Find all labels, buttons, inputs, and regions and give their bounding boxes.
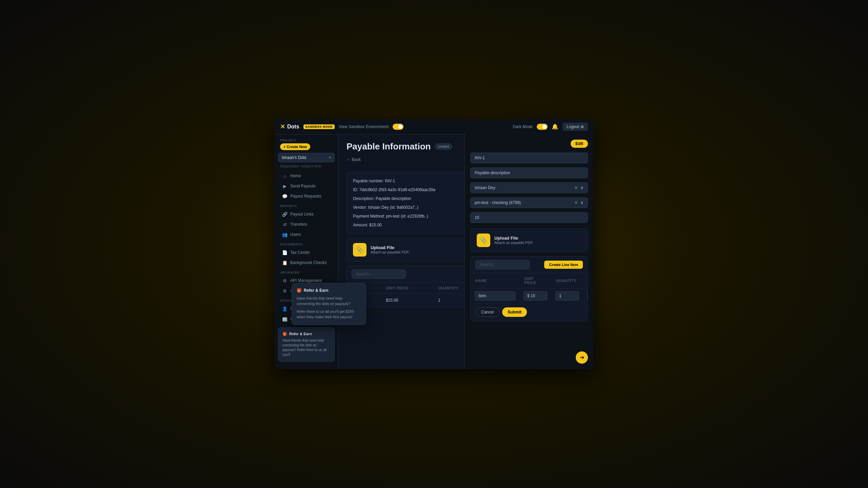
- sandbox-view-label: View Sandbox Environment: [339, 124, 389, 129]
- sidebar-item-send-payouts[interactable]: ▶ Send Payouts: [277, 181, 336, 191]
- users-icon: 👥: [282, 232, 288, 237]
- sandbox-badge: SANDBOX MODE: [303, 124, 335, 129]
- line-item-search-input[interactable]: [475, 260, 530, 269]
- api-icon: ⚙: [282, 278, 288, 283]
- item-unit-price: $15.00: [381, 293, 433, 307]
- line-cancel-button[interactable]: Cancel: [475, 307, 499, 317]
- sidebar-item-tax-center-label: Tax Center: [290, 250, 310, 255]
- sidebar-item-home-label: Home: [290, 174, 301, 178]
- li-amount-cell: [583, 288, 588, 303]
- panel-upload-icon: 📎: [477, 233, 490, 247]
- create-line-item-button[interactable]: Create Line Item: [544, 261, 583, 269]
- line-submit-button[interactable]: Submit: [502, 307, 527, 317]
- dark-mode-label: Dark Mode: [513, 124, 533, 129]
- sidebar-item-payout-links[interactable]: 🔗 Payout Links: [277, 209, 336, 219]
- vendor-clear-icon[interactable]: ✕: [574, 185, 578, 190]
- tax-center-icon: 📄: [282, 250, 288, 255]
- sidebar-item-tax-center[interactable]: 📄 Tax Center: [277, 248, 336, 258]
- page-title: Payable Information: [347, 141, 431, 152]
- bell-icon[interactable]: 🔔: [552, 123, 558, 130]
- sidebar-item-home[interactable]: ⌂ Home: [277, 171, 336, 181]
- top-nav: ✕ Dots SANDBOX MODE View Sandbox Environ…: [275, 119, 593, 135]
- li-qty-cell: [551, 288, 583, 303]
- li-price-cell: [519, 288, 551, 303]
- panel-upload-subtitle: Attach an payable PDF.: [494, 241, 533, 245]
- col-unit-price: UNIT PRICE: [381, 283, 433, 294]
- refer-earn-card: 🎁 Refer & Earn Have friends that need he…: [278, 327, 335, 362]
- li-name-input[interactable]: [475, 291, 515, 301]
- edit-payment-select[interactable]: pm-test - checking (6789) ✕ ∨: [470, 197, 588, 208]
- logout-button[interactable]: Logout ⊕: [563, 123, 588, 131]
- sidebar-item-transfers[interactable]: ⇄ Transfers: [277, 220, 336, 229]
- upload-subtitle: Attach an payable PDF.: [371, 250, 410, 254]
- edit-field-amount: 15: [470, 212, 588, 223]
- edit-vendor-select[interactable]: Ishaan Dey ✕ ∨: [470, 182, 588, 193]
- payable-payment-method: Payment Method: pm-test (id: e22928fb..): [353, 213, 480, 219]
- send-payouts-icon: ▶: [282, 184, 288, 189]
- logo-text: Dots: [287, 124, 299, 130]
- edit-field-vendor: Ishaan Dey ✕ ∨: [470, 182, 588, 193]
- refer-gift-icon: 🎁: [282, 332, 287, 336]
- dark-mode-toggle[interactable]: [537, 124, 548, 130]
- li-qty-input[interactable]: [555, 291, 579, 301]
- sidebar-item-api-label: API Management: [290, 278, 322, 283]
- li-col-quantity: QUANTITY: [551, 273, 583, 288]
- nav-right: Dark Mode 🔔 Logout ⊕: [513, 123, 588, 131]
- payable-id: ID: 7ddc8b02-2fd3-4a3c-91d8-e20409aac39a: [353, 187, 480, 193]
- project-section-label: PROJECT: [275, 139, 338, 143]
- background-checks-icon: 📋: [282, 260, 288, 265]
- edit-panel-edit-button[interactable]: Edit: [571, 140, 588, 148]
- home-icon: ⌂: [282, 174, 288, 179]
- sandbox-toggle[interactable]: [393, 124, 403, 130]
- sidebar-item-send-payouts-label: Send Payouts: [290, 184, 316, 188]
- payable-amount: Amount: $15.00: [353, 222, 480, 228]
- project-name: Ishaan's Dots: [282, 155, 306, 160]
- sidebar-item-transfers-label: Transfers: [290, 222, 307, 227]
- sidebar-item-payout-requests[interactable]: 💬 Payout Requests: [277, 191, 336, 201]
- advanced-section-label: ADVANCED: [275, 268, 338, 276]
- create-new-button[interactable]: + Create New: [280, 143, 310, 150]
- page-title-area: Payable Information created: [347, 141, 452, 152]
- status-badge: created: [435, 143, 452, 150]
- refer-popup-title: 🎁 Refer & Earn: [297, 288, 361, 293]
- li-price-input[interactable]: [524, 291, 547, 301]
- refer-popup-text1: Have friends that need help connecting t…: [297, 296, 361, 307]
- li-amount-input[interactable]: [587, 291, 588, 301]
- project-selector[interactable]: Ishaan's Dots ▾: [278, 153, 335, 162]
- edit-description-value: Payable description: [470, 167, 588, 178]
- li-col-unit-price: UNIT PRICE: [519, 273, 551, 288]
- edit-side-panel: Edit INV-1 Payable description Ishaan De…: [465, 134, 593, 369]
- li-name-cell: [471, 288, 519, 303]
- panel-upload-title: Upload File: [494, 236, 533, 241]
- sidebar-item-payout-requests-label: Payout Requests: [290, 194, 321, 199]
- panel-float-button[interactable]: ➔: [576, 351, 588, 364]
- documents-section-label: DOCUMENTS: [275, 240, 338, 247]
- search-input[interactable]: [352, 269, 406, 279]
- refer-popup: 🎁 Refer & Earn Have friends that need he…: [292, 283, 366, 325]
- profile-icon: 👤: [282, 306, 288, 311]
- edit-amount-value: 15: [470, 212, 588, 223]
- app-container: ✕ Dots SANDBOX MODE View Sandbox Environ…: [275, 119, 593, 369]
- sidebar: PROJECT + Create New Ishaan's Dots ▾ Org…: [275, 135, 338, 369]
- logo: ✕ Dots: [280, 123, 299, 130]
- sidebar-item-background-checks[interactable]: 📋 Background Checks: [277, 258, 336, 268]
- payment-chevron-icon: ∨: [580, 200, 584, 205]
- upload-text: Upload File Attach an payable PDF.: [371, 245, 410, 254]
- back-link[interactable]: ← Back: [347, 157, 361, 162]
- line-item-data-table: NAME UNIT PRICE QUANTITY AMOUNT DESCRIPT…: [471, 273, 588, 303]
- li-col-name: NAME: [471, 273, 519, 288]
- line-item-toolbar: Create Line Item: [471, 257, 588, 273]
- payout-requests-icon: 💬: [282, 194, 288, 199]
- edit-number-value: INV-1: [470, 152, 588, 163]
- settings-icon: ⚙: [282, 288, 288, 293]
- upload-title: Upload File: [371, 245, 410, 250]
- sidebar-item-users[interactable]: 👥 Users: [277, 230, 336, 240]
- payment-clear-icon[interactable]: ✕: [574, 200, 578, 205]
- payable-number: Payable number: INV-1: [353, 178, 480, 184]
- sidebar-item-users-label: Users: [290, 232, 301, 237]
- logo-icon: ✕: [280, 123, 285, 130]
- panel-upload-section[interactable]: 📎 Upload File Attach an payable PDF.: [470, 228, 588, 252]
- li-col-amount: AMOUNT: [583, 273, 588, 288]
- edit-field-description: Payable description: [470, 167, 588, 178]
- org-label: Organization: Ishaan's Dots: [275, 164, 338, 171]
